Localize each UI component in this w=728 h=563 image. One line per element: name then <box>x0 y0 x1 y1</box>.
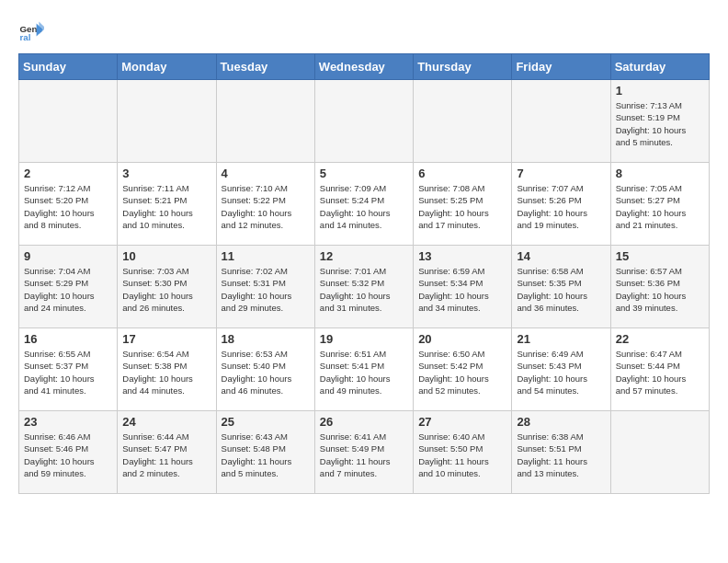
day-number: 11 <box>222 249 310 263</box>
calendar-cell <box>19 80 118 163</box>
day-number: 15 <box>616 249 704 263</box>
day-number: 28 <box>517 415 605 429</box>
day-number: 27 <box>418 415 506 429</box>
calendar-cell: 25Sunrise: 6:43 AM Sunset: 5:48 PM Dayli… <box>216 411 314 494</box>
weekday-header-wednesday: Wednesday <box>314 54 413 80</box>
svg-text:ral: ral <box>19 32 30 42</box>
day-number: 9 <box>24 249 112 263</box>
calendar-cell: 12Sunrise: 7:01 AM Sunset: 5:32 PM Dayli… <box>314 246 413 328</box>
calendar-cell <box>610 411 709 494</box>
weekday-header-friday: Friday <box>512 54 610 80</box>
day-info: Sunrise: 6:41 AM Sunset: 5:49 PM Dayligh… <box>320 431 408 479</box>
logo-icon: Gene ral <box>18 18 44 44</box>
calendar-week-4: 16Sunrise: 6:55 AM Sunset: 5:37 PM Dayli… <box>19 328 710 411</box>
calendar-cell: 13Sunrise: 6:59 AM Sunset: 5:34 PM Dayli… <box>414 246 512 328</box>
calendar-cell <box>512 80 610 163</box>
calendar-table: SundayMondayTuesdayWednesdayThursdayFrid… <box>18 53 710 494</box>
weekday-header-sunday: Sunday <box>19 54 118 80</box>
calendar-body: 1Sunrise: 7:13 AM Sunset: 5:19 PM Daylig… <box>19 80 710 494</box>
day-number: 1 <box>616 84 704 98</box>
day-info: Sunrise: 7:04 AM Sunset: 5:29 PM Dayligh… <box>24 265 112 314</box>
day-number: 14 <box>517 249 605 263</box>
day-info: Sunrise: 6:40 AM Sunset: 5:50 PM Dayligh… <box>418 431 506 479</box>
day-number: 21 <box>517 332 605 346</box>
day-info: Sunrise: 6:38 AM Sunset: 5:51 PM Dayligh… <box>517 431 605 479</box>
day-number: 24 <box>122 415 210 429</box>
calendar-cell: 27Sunrise: 6:40 AM Sunset: 5:50 PM Dayli… <box>414 411 512 494</box>
calendar-cell: 26Sunrise: 6:41 AM Sunset: 5:49 PM Dayli… <box>314 411 413 494</box>
day-number: 7 <box>517 167 605 180</box>
day-number: 3 <box>122 167 210 180</box>
weekday-header-saturday: Saturday <box>610 54 709 80</box>
day-number: 13 <box>418 249 506 263</box>
day-info: Sunrise: 6:43 AM Sunset: 5:48 PM Dayligh… <box>222 431 310 479</box>
day-number: 19 <box>320 332 408 346</box>
calendar-cell <box>414 80 512 163</box>
day-info: Sunrise: 6:46 AM Sunset: 5:46 PM Dayligh… <box>24 431 112 479</box>
day-number: 22 <box>616 332 704 346</box>
calendar-cell: 18Sunrise: 6:53 AM Sunset: 5:40 PM Dayli… <box>216 328 314 411</box>
calendar-cell: 4Sunrise: 7:10 AM Sunset: 5:22 PM Daylig… <box>216 163 314 246</box>
day-info: Sunrise: 6:51 AM Sunset: 5:41 PM Dayligh… <box>320 348 408 396</box>
calendar-cell: 22Sunrise: 6:47 AM Sunset: 5:44 PM Dayli… <box>610 328 709 411</box>
day-info: Sunrise: 6:59 AM Sunset: 5:34 PM Dayligh… <box>418 265 506 314</box>
calendar-cell: 28Sunrise: 6:38 AM Sunset: 5:51 PM Dayli… <box>512 411 610 494</box>
calendar-cell: 14Sunrise: 6:58 AM Sunset: 5:35 PM Dayli… <box>512 246 610 328</box>
weekday-header-row: SundayMondayTuesdayWednesdayThursdayFrid… <box>19 54 710 80</box>
day-info: Sunrise: 7:10 AM Sunset: 5:22 PM Dayligh… <box>222 182 310 231</box>
calendar-cell: 15Sunrise: 6:57 AM Sunset: 5:36 PM Dayli… <box>610 246 709 328</box>
day-number: 8 <box>616 167 704 180</box>
day-number: 5 <box>320 167 408 180</box>
day-info: Sunrise: 6:50 AM Sunset: 5:42 PM Dayligh… <box>418 348 506 396</box>
day-info: Sunrise: 6:55 AM Sunset: 5:37 PM Dayligh… <box>24 348 112 396</box>
day-info: Sunrise: 7:12 AM Sunset: 5:20 PM Dayligh… <box>24 182 112 231</box>
calendar-week-1: 1Sunrise: 7:13 AM Sunset: 5:19 PM Daylig… <box>19 80 710 163</box>
weekday-header-monday: Monday <box>118 54 216 80</box>
calendar-cell: 24Sunrise: 6:44 AM Sunset: 5:47 PM Dayli… <box>118 411 216 494</box>
calendar-cell: 2Sunrise: 7:12 AM Sunset: 5:20 PM Daylig… <box>19 163 118 246</box>
calendar-cell <box>314 80 413 163</box>
calendar-cell: 8Sunrise: 7:05 AM Sunset: 5:27 PM Daylig… <box>610 163 709 246</box>
header: Gene ral <box>18 18 710 44</box>
day-number: 25 <box>222 415 310 429</box>
day-info: Sunrise: 6:49 AM Sunset: 5:43 PM Dayligh… <box>517 348 605 396</box>
day-number: 16 <box>24 332 112 346</box>
day-info: Sunrise: 7:13 AM Sunset: 5:19 PM Dayligh… <box>616 99 704 148</box>
calendar-cell <box>216 80 314 163</box>
day-info: Sunrise: 6:47 AM Sunset: 5:44 PM Dayligh… <box>616 348 704 396</box>
day-info: Sunrise: 7:02 AM Sunset: 5:31 PM Dayligh… <box>222 265 310 314</box>
day-info: Sunrise: 7:08 AM Sunset: 5:25 PM Dayligh… <box>418 182 506 231</box>
day-info: Sunrise: 7:01 AM Sunset: 5:32 PM Dayligh… <box>320 265 408 314</box>
calendar-week-3: 9Sunrise: 7:04 AM Sunset: 5:29 PM Daylig… <box>19 246 710 328</box>
day-number: 12 <box>320 249 408 263</box>
calendar-week-5: 23Sunrise: 6:46 AM Sunset: 5:46 PM Dayli… <box>19 411 710 494</box>
calendar-cell: 6Sunrise: 7:08 AM Sunset: 5:25 PM Daylig… <box>414 163 512 246</box>
day-info: Sunrise: 7:05 AM Sunset: 5:27 PM Dayligh… <box>616 182 704 231</box>
calendar-cell <box>118 80 216 163</box>
calendar-cell: 5Sunrise: 7:09 AM Sunset: 5:24 PM Daylig… <box>314 163 413 246</box>
day-info: Sunrise: 6:53 AM Sunset: 5:40 PM Dayligh… <box>222 348 310 396</box>
day-number: 18 <box>222 332 310 346</box>
day-number: 23 <box>24 415 112 429</box>
calendar-header: SundayMondayTuesdayWednesdayThursdayFrid… <box>19 54 710 80</box>
day-info: Sunrise: 7:09 AM Sunset: 5:24 PM Dayligh… <box>320 182 408 231</box>
weekday-header-tuesday: Tuesday <box>216 54 314 80</box>
day-info: Sunrise: 7:03 AM Sunset: 5:30 PM Dayligh… <box>122 265 210 314</box>
weekday-header-thursday: Thursday <box>414 54 512 80</box>
calendar-cell: 10Sunrise: 7:03 AM Sunset: 5:30 PM Dayli… <box>118 246 216 328</box>
day-number: 26 <box>320 415 408 429</box>
calendar-cell: 7Sunrise: 7:07 AM Sunset: 5:26 PM Daylig… <box>512 163 610 246</box>
day-number: 2 <box>24 167 112 180</box>
day-number: 6 <box>418 167 506 180</box>
day-info: Sunrise: 7:07 AM Sunset: 5:26 PM Dayligh… <box>517 182 605 231</box>
day-number: 10 <box>122 249 210 263</box>
calendar-cell: 16Sunrise: 6:55 AM Sunset: 5:37 PM Dayli… <box>19 328 118 411</box>
calendar-cell: 21Sunrise: 6:49 AM Sunset: 5:43 PM Dayli… <box>512 328 610 411</box>
calendar-cell: 9Sunrise: 7:04 AM Sunset: 5:29 PM Daylig… <box>19 246 118 328</box>
day-info: Sunrise: 6:58 AM Sunset: 5:35 PM Dayligh… <box>517 265 605 314</box>
calendar-cell: 17Sunrise: 6:54 AM Sunset: 5:38 PM Dayli… <box>118 328 216 411</box>
calendar-cell: 11Sunrise: 7:02 AM Sunset: 5:31 PM Dayli… <box>216 246 314 328</box>
calendar-week-2: 2Sunrise: 7:12 AM Sunset: 5:20 PM Daylig… <box>19 163 710 246</box>
day-number: 4 <box>222 167 310 180</box>
day-number: 20 <box>418 332 506 346</box>
